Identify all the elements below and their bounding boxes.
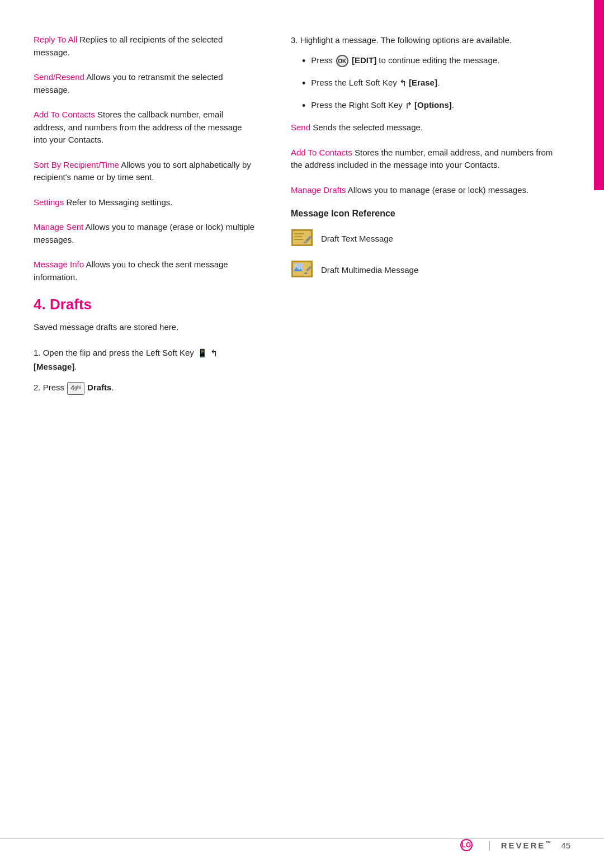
entry-add-to-contacts: Add To Contacts Stores the callback numb… bbox=[34, 108, 257, 147]
footer: LG | REVERE™ 45 bbox=[0, 838, 604, 851]
step-3-text: 3. Highlight a message. The following op… bbox=[291, 35, 512, 45]
svg-rect-2 bbox=[291, 229, 293, 246]
entry-reply-to-all: Reply To All Replies to all recipients o… bbox=[34, 34, 257, 59]
svg-rect-13 bbox=[311, 261, 313, 277]
key-4ghi: 4ghi bbox=[67, 382, 84, 395]
lg-circle-icon: LG bbox=[460, 839, 473, 851]
term-reply-to-all: Reply To All bbox=[34, 35, 77, 44]
entry-send-resend: Send/Resend Allows you to retransmit the… bbox=[34, 71, 257, 96]
right-column: 3. Highlight a message. The following op… bbox=[274, 34, 587, 823]
term-send-resend: Send/Resend bbox=[34, 72, 84, 82]
svg-rect-8 bbox=[294, 236, 302, 237]
draft-multimedia-message-label: Draft Multimedia Message bbox=[321, 265, 418, 275]
lg-logo: LG bbox=[460, 839, 475, 851]
entry-sort-by: Sort By Recipient/Time Allows you to sor… bbox=[34, 159, 257, 184]
svg-rect-4 bbox=[291, 244, 313, 246]
svg-rect-14 bbox=[291, 276, 313, 277]
icon-reference-section: Message Icon Reference bbox=[291, 209, 559, 280]
desc-settings: Refer to Messaging settings. bbox=[66, 197, 172, 207]
entry-manage-drafts: Manage Drafts Allows you to manage (eras… bbox=[291, 184, 559, 197]
entry-add-contacts-right: Add To Contacts Stores the number, email… bbox=[291, 147, 559, 172]
svg-rect-1 bbox=[291, 229, 313, 231]
bullet-dot-1: • bbox=[302, 54, 305, 69]
left-column: Reply To All Replies to all recipients o… bbox=[0, 34, 274, 823]
ok-key-icon: OK bbox=[336, 55, 348, 67]
sidebar-accent bbox=[594, 0, 604, 190]
step-1: 1. Open the flip and press the Left Soft… bbox=[34, 346, 257, 374]
svg-rect-7 bbox=[294, 233, 304, 234]
icon-entry-draft-multimedia: Draft Multimedia Message bbox=[291, 259, 559, 280]
entry-settings: Settings Refer to Messaging settings. bbox=[34, 196, 257, 209]
bullet-list: • Press OK [EDIT] to continue editing th… bbox=[302, 54, 559, 114]
step-2-text: 2. Press 4ghi Drafts. bbox=[34, 383, 114, 392]
bullet-dot-2: • bbox=[302, 76, 305, 91]
message-key-label: [Message] bbox=[34, 362, 74, 371]
term-manage-drafts: Manage Drafts bbox=[291, 185, 346, 195]
footer-divider: | bbox=[488, 839, 491, 851]
bullet-text-erase: Press the Left Soft Key ↰ [Erase]. bbox=[311, 77, 440, 90]
term-add-to-contacts: Add To Contacts bbox=[34, 110, 95, 119]
lg-text: LG bbox=[462, 841, 471, 849]
icon-entry-draft-text: Draft Text Message bbox=[291, 228, 559, 249]
entry-manage-sent: Manage Sent Allows you to manage (erase … bbox=[34, 221, 257, 246]
term-add-contacts-right: Add To Contacts bbox=[291, 148, 352, 157]
page-number: 45 bbox=[561, 841, 570, 850]
step-1-num: 1. Open the flip and press the Left Soft… bbox=[34, 348, 218, 371]
footer-brand: REVERE™ bbox=[501, 840, 551, 850]
bullet-item-erase: • Press the Left Soft Key ↰ [Erase]. bbox=[302, 77, 559, 91]
bullet-text-options: Press the Right Soft Key ↱ [Options]. bbox=[311, 99, 454, 112]
svg-rect-11 bbox=[291, 261, 313, 262]
term-manage-sent: Manage Sent bbox=[34, 222, 83, 232]
term-sort-by: Sort By Recipient/Time bbox=[34, 160, 119, 169]
bullet-dot-3: • bbox=[302, 98, 305, 114]
section-4-heading: 4. Drafts bbox=[34, 296, 257, 313]
left-soft-key-icon: 📱 bbox=[197, 347, 207, 360]
desc-send-text: Sends the selected message. bbox=[313, 122, 423, 132]
term-message-info: Message Info bbox=[34, 260, 84, 269]
step-2: 2. Press 4ghi Drafts. bbox=[34, 381, 257, 394]
draft-text-message-icon bbox=[291, 228, 313, 249]
svg-point-17 bbox=[294, 265, 296, 267]
entry-message-info: Message Info Allows you to check the sen… bbox=[34, 258, 257, 284]
svg-rect-12 bbox=[291, 261, 293, 277]
step-3: 3. Highlight a message. The following op… bbox=[291, 34, 559, 46]
svg-rect-9 bbox=[294, 239, 303, 240]
bullet-text-edit: Press OK [EDIT] to continue editing the … bbox=[311, 54, 499, 67]
term-send: Send bbox=[291, 122, 310, 132]
icon-ref-heading: Message Icon Reference bbox=[291, 209, 559, 219]
bullet-item-edit: • Press OK [EDIT] to continue editing th… bbox=[302, 54, 559, 69]
draft-multimedia-message-icon bbox=[291, 259, 313, 280]
term-settings: Settings bbox=[34, 197, 64, 207]
entry-send: Send Sends the selected message. bbox=[291, 121, 559, 134]
bullet-item-options: • Press the Right Soft Key ↱ [Options]. bbox=[302, 99, 559, 114]
draft-text-message-label: Draft Text Message bbox=[321, 234, 393, 243]
section-intro: Saved message drafts are stored here. bbox=[34, 321, 257, 334]
footer-logo: LG | REVERE™ 45 bbox=[460, 839, 570, 851]
